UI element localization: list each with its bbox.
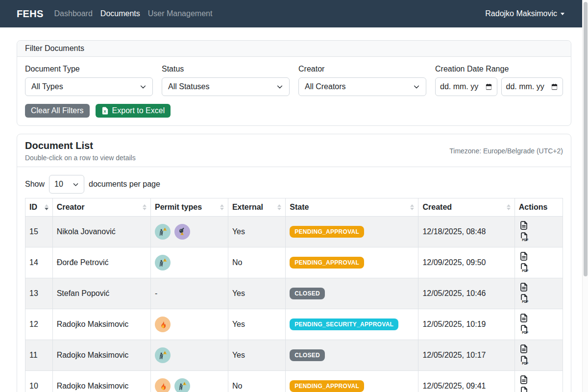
export-pdf-button[interactable]: PDF xyxy=(519,294,529,305)
column-header-created[interactable]: Created xyxy=(418,198,514,217)
cell-external: Yes xyxy=(228,278,285,309)
cell-permit-types xyxy=(151,217,228,247)
export-pdf-button[interactable]: PDF xyxy=(519,232,529,243)
cell-state: PENDING_APPROVAL xyxy=(286,247,418,278)
cell-actions: PDF xyxy=(514,247,563,278)
column-header-actions: Actions xyxy=(514,198,563,217)
nav-item-user-management[interactable]: User Management xyxy=(148,9,213,18)
sort-toggle-icon[interactable] xyxy=(220,204,224,210)
view-document-button[interactable] xyxy=(519,220,529,232)
creator-select[interactable]: All Creators xyxy=(298,77,426,96)
svg-text:PDF: PDF xyxy=(522,362,528,365)
date-from-input[interactable]: dd. mm. yy xyxy=(435,77,497,96)
cell-state: PENDING_SECURITY_APPROVAL xyxy=(286,309,418,340)
document-details-icon xyxy=(519,313,529,323)
cell-created: 12/05/2025, 09:41 xyxy=(418,371,514,392)
brand-logo[interactable]: FEHS xyxy=(17,8,44,20)
view-document-button[interactable] xyxy=(519,375,529,386)
fire-permit-icon xyxy=(155,317,171,332)
column-header-external[interactable]: External xyxy=(228,198,285,217)
nav-item-dashboard[interactable]: Dashboard xyxy=(54,9,93,18)
state-badge: PENDING_SECURITY_APPROVAL xyxy=(290,318,398,330)
document-type-label: Document Type xyxy=(25,65,153,74)
cell-created: 12/05/2025, 10:17 xyxy=(418,340,514,371)
column-header-creator[interactable]: Creator xyxy=(52,198,150,217)
view-document-button[interactable] xyxy=(519,313,529,324)
state-badge: CLOSED xyxy=(290,288,325,299)
cell-creator: Radojko Maksimovic xyxy=(52,309,150,340)
cell-creator: Đorđe Petrović xyxy=(52,247,150,278)
export-pdf-button[interactable]: PDF xyxy=(519,263,529,274)
svg-text:PDF: PDF xyxy=(522,300,528,303)
column-label: ID xyxy=(29,203,37,212)
cell-permit-types: - xyxy=(151,278,228,309)
creation-date-range-label: Creation Date Range xyxy=(435,65,563,74)
calendar-icon[interactable] xyxy=(485,83,492,91)
cell-external: Yes xyxy=(228,340,285,371)
column-label: State xyxy=(290,203,309,212)
column-label: Actions xyxy=(519,203,548,212)
clear-all-filters-button[interactable]: Clear All Filters xyxy=(25,104,90,118)
cell-external: No xyxy=(228,371,285,392)
column-header-state[interactable]: State xyxy=(286,198,418,217)
chevron-down-icon xyxy=(140,83,147,90)
chevron-down-icon xyxy=(73,181,79,188)
document-type-select[interactable]: All Types xyxy=(25,77,153,96)
document-row[interactable]: 11Radojko Maksimovic YesCLOSED12/05/2025… xyxy=(25,340,563,371)
cell-id: 12 xyxy=(25,309,53,340)
document-row[interactable]: 13Stefan Popović-YesCLOSED12/05/2025, 10… xyxy=(25,278,563,309)
timezone-note: Timezone: Europe/Belgrade (UTC+2) xyxy=(449,147,563,155)
svg-text:PDF: PDF xyxy=(522,269,528,272)
cell-state: CLOSED xyxy=(286,278,418,309)
export-to-excel-button[interactable]: X Export to Excel xyxy=(96,104,171,118)
export-pdf-button[interactable]: PDF xyxy=(519,386,529,392)
sort-toggle-icon[interactable] xyxy=(507,204,511,210)
document-row[interactable]: 14Đorđe Petrović NoPENDING_APPROVAL12/09… xyxy=(25,247,563,278)
nav-item-documents[interactable]: Documents xyxy=(100,9,140,18)
cell-actions: PDF xyxy=(514,278,563,309)
cell-external: Yes xyxy=(228,309,285,340)
sort-toggle-icon[interactable] xyxy=(410,204,414,210)
export-pdf-button[interactable]: PDF xyxy=(519,324,529,336)
caret-down-icon xyxy=(561,13,564,15)
page-size-select[interactable]: 10 xyxy=(49,175,84,194)
scrollbar-thumb[interactable] xyxy=(584,2,588,276)
view-document-button[interactable] xyxy=(519,251,529,263)
state-badge: CLOSED xyxy=(290,349,325,361)
sort-toggle-icon[interactable] xyxy=(277,204,281,210)
cell-creator: Radojko Maksimovic xyxy=(52,340,150,371)
status-select[interactable]: All Statuses xyxy=(162,77,290,96)
calendar-icon[interactable] xyxy=(551,83,558,91)
date-to-input[interactable]: dd. mm. yy xyxy=(501,77,564,96)
excel-file-icon: X xyxy=(101,107,109,115)
document-details-icon xyxy=(519,282,529,292)
sort-toggle-icon[interactable] xyxy=(143,204,147,210)
status-label: Status xyxy=(162,65,290,74)
pdf-export-icon: PDF xyxy=(519,355,529,365)
document-row[interactable]: 10Radojko Maksimovic NoPENDING_APPROVAL1… xyxy=(25,371,563,392)
per-page-label: documents per page xyxy=(89,180,160,189)
sort-toggle-icon[interactable] xyxy=(45,204,49,210)
view-document-button[interactable] xyxy=(519,282,529,294)
document-details-icon xyxy=(519,220,529,230)
document-details-icon xyxy=(519,344,529,354)
document-type-field: Document Type All Types xyxy=(25,65,153,96)
column-header-id[interactable]: ID xyxy=(25,198,53,217)
export-pdf-button[interactable]: PDF xyxy=(519,355,529,367)
user-menu[interactable]: Radojko Maksimovic xyxy=(485,9,564,18)
show-label: Show xyxy=(25,180,45,189)
column-header-permit-types[interactable]: Permit types xyxy=(151,198,228,217)
state-badge: PENDING_APPROVAL xyxy=(290,257,364,269)
cell-external: No xyxy=(228,247,285,278)
document-row[interactable]: 12Radojko Maksimovic YesPENDING_SECURITY… xyxy=(25,309,563,340)
cell-id: 14 xyxy=(25,247,53,278)
cell-created: 12/18/2025, 08:48 xyxy=(418,217,514,247)
scrollbar-track[interactable] xyxy=(582,0,588,392)
creator-field: Creator All Creators xyxy=(298,65,426,96)
cell-actions: PDF xyxy=(514,371,563,392)
view-document-button[interactable] xyxy=(519,344,529,355)
svg-text:PDF: PDF xyxy=(522,238,528,242)
document-row[interactable]: 15Nikola Jovanović YesPENDING_APPROVAL12… xyxy=(25,217,563,247)
document-list-subtitle: Double-click on a row to view details xyxy=(25,154,136,162)
document-details-icon xyxy=(519,251,529,261)
